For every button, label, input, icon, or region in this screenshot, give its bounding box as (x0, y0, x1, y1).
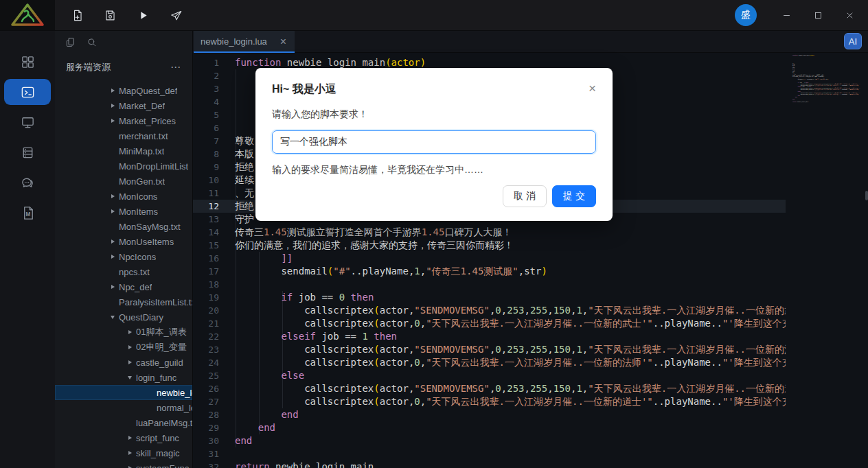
tree-item-label: MonItems (119, 207, 158, 217)
tree-item-MonIcons[interactable]: MonIcons (55, 189, 192, 204)
tree-item-label: MonSayMsg.txt (119, 222, 181, 232)
line-number: 2 (193, 69, 225, 82)
scrollbar-thumb[interactable] (865, 191, 868, 200)
tree-item-MonDropLimitList[interactable]: MonDropLimitList (55, 159, 192, 174)
tree-item-label: merchant.txt (119, 131, 168, 141)
more-actions-icon[interactable]: ⋯ (170, 61, 181, 73)
activity-item-server[interactable] (0, 137, 55, 167)
tree-item-npcs.txt[interactable]: npcs.txt (55, 264, 192, 279)
submit-button[interactable]: 提 交 (552, 185, 596, 207)
save-button[interactable] (100, 5, 119, 25)
tree-indent-spacer (108, 177, 117, 185)
code-line-29: 29 end (193, 421, 786, 434)
chat-icon (20, 175, 36, 191)
send-button[interactable] (166, 5, 185, 25)
tree-item-MonGen.txt[interactable]: MonGen.txt (55, 174, 192, 189)
activity-item-chat[interactable] (0, 167, 55, 198)
tree-item-Market_Def[interactable]: Market_Def (55, 98, 192, 113)
line-content: 延续 (225, 174, 254, 187)
grid-icon (20, 54, 36, 70)
line-content (225, 278, 235, 291)
new-file-button[interactable] (67, 5, 87, 25)
minimap[interactable]: 1function newbie_login_main(actor)234567… (786, 53, 863, 468)
tree-item-ParalysisItemList.txt[interactable]: ParalysisItemList.txt (55, 294, 192, 309)
tree-item-01脚本_调表[interactable]: 01脚本_调表 (55, 325, 192, 340)
close-icon (845, 10, 855, 21)
tree-item-MapQuest_def[interactable]: MapQuest_def (55, 83, 192, 98)
code-line-27: 27 callscriptex(actor,0,"天下风云出我辈.一入江湖岁月催… (193, 395, 786, 408)
tree-item-systeamFunc[interactable]: systeamFunc (55, 460, 192, 468)
tree-item-newbie_login.lua[interactable]: newbie_login.lua (55, 385, 192, 400)
line-content: ]] (225, 252, 293, 265)
code-line-18: 18 (193, 278, 786, 291)
tree-item-merchant.txt[interactable]: merchant.txt (55, 128, 192, 143)
tab-newbie_login.lua[interactable]: newbie_login.lua × (194, 31, 295, 52)
tree-item-script_func[interactable]: script_func (55, 430, 192, 445)
app-logo (0, 0, 55, 30)
tree-item-login_func[interactable]: login_func (55, 370, 192, 385)
tree-item-label: luaPanelMsg.txt (136, 418, 192, 428)
chevron-right-icon (108, 253, 117, 261)
code-line-25: 25 else (193, 369, 786, 382)
activity-item-monitor[interactable] (0, 107, 55, 137)
line-number: 16 (193, 252, 225, 265)
dialog-title: Hi~ 我是小逗 (272, 82, 596, 97)
line-number: 5 (193, 108, 225, 121)
activity-item-terminal[interactable] (0, 77, 55, 107)
tree-item-MonSayMsg.txt[interactable]: MonSayMsg.txt (55, 219, 192, 234)
tree-item-label: 01脚本_调表 (136, 326, 187, 338)
copy-button[interactable] (65, 36, 76, 48)
maximize-button[interactable] (808, 5, 828, 25)
line-number: 15 (193, 239, 225, 252)
line-content: if job == 0 then (225, 291, 374, 304)
markdown-file-icon: M (20, 205, 36, 221)
line-content: 拒绝 (225, 200, 254, 213)
run-icon (137, 9, 150, 22)
activity-item-grid[interactable] (0, 47, 55, 77)
chevron-right-icon (126, 343, 134, 351)
tree-item-Npc_def[interactable]: Npc_def (55, 279, 192, 294)
avatar[interactable]: 盛 (735, 4, 757, 26)
close-button[interactable] (839, 5, 860, 25)
line-number: 4 (193, 95, 225, 108)
cancel-button[interactable]: 取 消 (503, 185, 547, 207)
tree-item-skill_magic[interactable]: skill_magic (55, 445, 192, 460)
tree-item-QuestDiary[interactable]: QuestDiary (55, 309, 192, 325)
tab-close-icon[interactable]: × (279, 36, 288, 47)
tree-item-luaPanelMsg.txt[interactable]: luaPanelMsg.txt (55, 415, 192, 430)
line-number: 11 (193, 187, 225, 200)
tree-item-label: QuestDiary (119, 312, 163, 323)
line-content: end (225, 434, 252, 447)
tree-item-02申明_变量[interactable]: 02申明_变量 (55, 340, 192, 355)
tab-bar: newbie_login.lua × AI (193, 31, 868, 53)
line-content (225, 69, 235, 82)
tree-item-label: MonIcons (119, 191, 157, 202)
line-content: callscriptex(actor,0,"天下风云出我辈.一入江湖岁月催..一… (225, 317, 786, 330)
script-requirement-input[interactable] (272, 130, 596, 154)
tab-label: newbie_login.lua (201, 36, 279, 47)
tree-item-NpcIcons[interactable]: NpcIcons (55, 249, 192, 264)
tree-item-normal_login.lua[interactable]: normal_login.lua (55, 400, 192, 415)
tree-item-label: MonDropLimitList (119, 161, 188, 172)
ai-assistant-button[interactable]: AI (844, 33, 862, 49)
file-tree: MapQuest_defMarket_DefMarket_Pricesmerch… (55, 83, 192, 468)
dialog-close-icon[interactable]: × (586, 79, 599, 97)
line-number: 30 (193, 434, 225, 447)
line-content (225, 95, 235, 108)
code-line-17: 17 sendmail("#"..playName,1,"传奇三1.45测试服"… (193, 265, 786, 278)
tree-item-castle_guild[interactable]: castle_guild (55, 355, 192, 370)
line-content: callscriptex(actor,"SENDMOVEMSG",0,253,2… (225, 343, 786, 356)
tree-item-MonUseItems[interactable]: MonUseItems (55, 234, 192, 249)
tree-item-Market_Prices[interactable]: Market_Prices (55, 113, 192, 128)
tree-item-label: normal_login.lua (157, 403, 192, 413)
line-number: 28 (193, 408, 225, 421)
tree-item-label: MapQuest_def (119, 86, 177, 96)
minimize-button[interactable] (776, 5, 797, 25)
tree-item-MiniMap.txt[interactable]: MiniMap.txt (55, 143, 192, 159)
tree-item-MonItems[interactable]: MonItems (55, 204, 192, 219)
tree-item-label: newbie_login.lua (157, 388, 192, 398)
search-button[interactable] (86, 36, 98, 48)
tree-item-label: MonUseItems (119, 237, 174, 247)
activity-item-markdown-file[interactable]: M (0, 198, 55, 228)
run-button[interactable] (133, 5, 152, 25)
